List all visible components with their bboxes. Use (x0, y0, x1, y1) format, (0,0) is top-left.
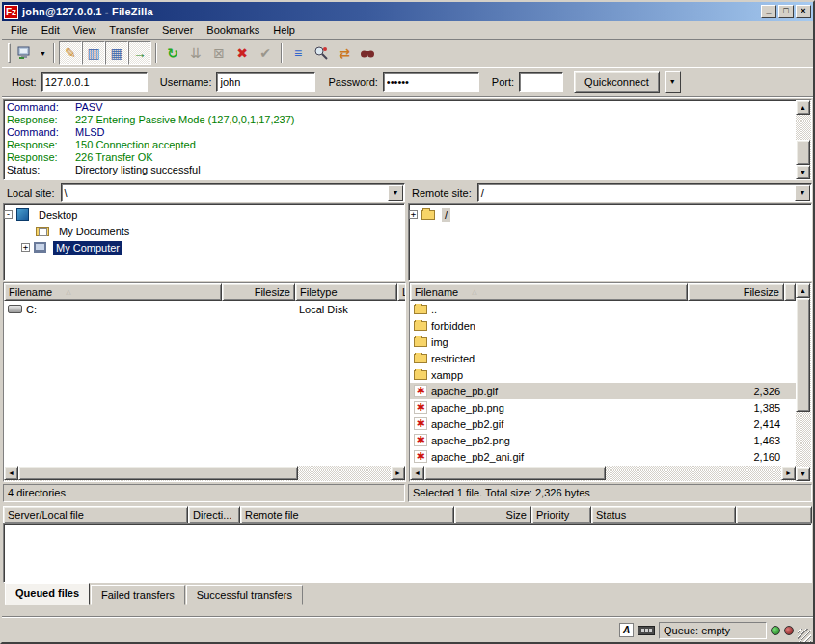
filter-button[interactable]: ≡ (286, 41, 310, 65)
file-row[interactable]: ✱apache_pb2.gif 2,414 (410, 416, 796, 432)
compare-directories-button[interactable] (310, 41, 333, 65)
column-header-status[interactable]: Status (591, 506, 736, 523)
menu-edit[interactable]: Edit (35, 22, 67, 38)
scroll-right-icon[interactable]: ► (391, 466, 405, 480)
remote-list-rows: .. forbidden img restricted (410, 301, 796, 466)
menu-transfer[interactable]: Transfer (102, 22, 155, 38)
scroll-up-icon[interactable]: ▲ (796, 100, 810, 115)
local-site-combo[interactable]: \ ▼ (61, 183, 405, 202)
file-name: apache_pb2.png (431, 435, 510, 446)
remote-site-combo[interactable]: / ▼ (477, 183, 812, 202)
remote-horizontal-scrollbar[interactable]: ◄ ► (410, 466, 796, 481)
toolbar: ▼ ✎ ▥ ▦ → ↻ ⇊ ⊠ ✖ ✔ ≡ ⇄ (2, 40, 813, 67)
column-header-filename[interactable]: Filename△ (410, 283, 688, 301)
file-size: 2,414 (688, 418, 784, 430)
file-row[interactable]: ✱apache_pb2.png 1,463 (410, 432, 796, 448)
expand-icon[interactable]: + (21, 243, 30, 252)
indicator-light-green (771, 626, 780, 635)
sort-ascending-icon: △ (472, 288, 476, 296)
scrollbar-thumb[interactable] (424, 466, 606, 480)
column-header-size[interactable]: Size (454, 506, 531, 523)
tree-item-root[interactable]: + / (409, 206, 811, 223)
file-row-selected[interactable]: ✱apache_pb.gif 2,326 (410, 383, 796, 399)
process-queue-button[interactable]: ⇊ (184, 41, 207, 65)
column-header-direction[interactable]: Directi... (188, 506, 240, 523)
file-name: xampp (431, 369, 463, 381)
close-button[interactable]: × (796, 5, 811, 18)
scrollbar-thumb[interactable] (18, 466, 298, 480)
column-header-filetype[interactable]: Filetype (295, 283, 397, 301)
column-header-filesize[interactable]: Filesize (222, 283, 295, 301)
file-size: 1,385 (688, 402, 784, 414)
cancel-operation-button[interactable]: ⊠ (207, 41, 231, 65)
file-row[interactable]: xampp (410, 366, 796, 383)
reconnect-button[interactable]: ✔ (254, 41, 277, 65)
refresh-button[interactable]: ↻ (161, 41, 184, 65)
scroll-down-icon[interactable]: ▼ (796, 165, 810, 179)
column-header-priority[interactable]: Priority (531, 506, 591, 523)
toggle-message-log-button[interactable]: ✎ (59, 41, 82, 65)
menu-server[interactable]: Server (155, 22, 200, 38)
remote-list-header: Filename△ Filesize (410, 283, 796, 301)
log-vertical-scrollbar[interactable]: ▲ ▼ (796, 100, 811, 179)
file-row[interactable]: ✱apache_pb.png 1,385 (410, 399, 796, 416)
scroll-left-icon[interactable]: ◄ (4, 466, 18, 480)
scroll-up-icon[interactable]: ▲ (796, 283, 810, 298)
chevron-down-icon[interactable]: ▼ (388, 185, 403, 201)
quickconnect-button[interactable]: Quickconnect (574, 71, 660, 93)
file-size: 2,160 (688, 451, 784, 463)
remote-vertical-scrollbar[interactable]: ▲ ▼ (796, 283, 811, 481)
password-label: Password: (328, 76, 377, 88)
site-manager-button[interactable] (14, 41, 37, 65)
tree-item-my-computer[interactable]: + My Computer (4, 239, 404, 255)
scroll-right-icon[interactable]: ► (781, 466, 796, 480)
toggle-local-tree-button[interactable]: ▥ (82, 41, 105, 65)
file-row[interactable]: img (410, 334, 796, 350)
file-row[interactable]: restricted (410, 350, 796, 366)
scrollbar-thumb[interactable] (796, 298, 810, 412)
tab-successful-transfers[interactable]: Successful transfers (186, 585, 303, 605)
tab-queued-files[interactable]: Queued files (5, 583, 90, 605)
file-name: apache_pb2.gif (431, 418, 503, 430)
toggle-remote-tree-button[interactable]: ▦ (105, 41, 128, 65)
minimize-button[interactable]: _ (761, 5, 776, 18)
site-manager-dropdown[interactable]: ▼ (37, 41, 49, 65)
menu-bookmarks[interactable]: Bookmarks (200, 22, 266, 38)
column-header-remote-file[interactable]: Remote file (240, 506, 454, 523)
disconnect-button[interactable]: ✖ (231, 41, 254, 65)
menu-file[interactable]: File (4, 22, 35, 38)
column-header-lastmodified-partial[interactable]: L (397, 283, 405, 301)
column-header-filename[interactable]: Filename△ (4, 283, 222, 301)
collapse-icon[interactable]: - (4, 210, 13, 219)
find-files-button[interactable] (356, 41, 379, 65)
message-log: Command:PASV Response:227 Entering Passi… (3, 99, 812, 180)
file-row[interactable]: forbidden (410, 317, 796, 334)
column-header-server-local-file[interactable]: Server/Local file (3, 506, 188, 523)
scroll-left-icon[interactable]: ◄ (410, 466, 424, 480)
log-text: Directory listing successful (75, 164, 201, 176)
file-row-c-drive[interactable]: C: Local Disk (4, 301, 405, 317)
expand-icon[interactable]: + (409, 210, 418, 219)
chevron-down-icon[interactable]: ▼ (795, 185, 810, 201)
file-row[interactable]: .. (410, 301, 796, 317)
tree-item-my-documents[interactable]: My Documents (4, 223, 404, 239)
port-input[interactable] (519, 72, 563, 92)
scrollbar-thumb[interactable] (796, 140, 810, 165)
resize-grip[interactable] (798, 629, 811, 642)
host-input[interactable] (41, 72, 148, 92)
toggle-queue-button[interactable]: → (128, 41, 151, 65)
menu-view[interactable]: View (67, 22, 103, 38)
column-header-filesize[interactable]: Filesize (688, 283, 784, 301)
local-horizontal-scrollbar[interactable]: ◄ ► (4, 466, 405, 481)
quickconnect-dropdown[interactable]: ▼ (665, 71, 681, 93)
sync-browsing-button[interactable]: ⇄ (333, 41, 356, 65)
tab-failed-transfers[interactable]: Failed transfers (91, 585, 185, 605)
file-row[interactable]: ✱apache_pb2_ani.gif 2,160 (410, 448, 796, 465)
menu-help[interactable]: Help (266, 22, 302, 38)
username-input[interactable] (216, 72, 315, 92)
scroll-down-icon[interactable]: ▼ (796, 467, 810, 481)
drive-icon (8, 305, 22, 313)
maximize-button[interactable]: □ (778, 5, 794, 18)
password-input[interactable] (383, 72, 479, 92)
tree-item-desktop[interactable]: - Desktop (4, 206, 404, 223)
